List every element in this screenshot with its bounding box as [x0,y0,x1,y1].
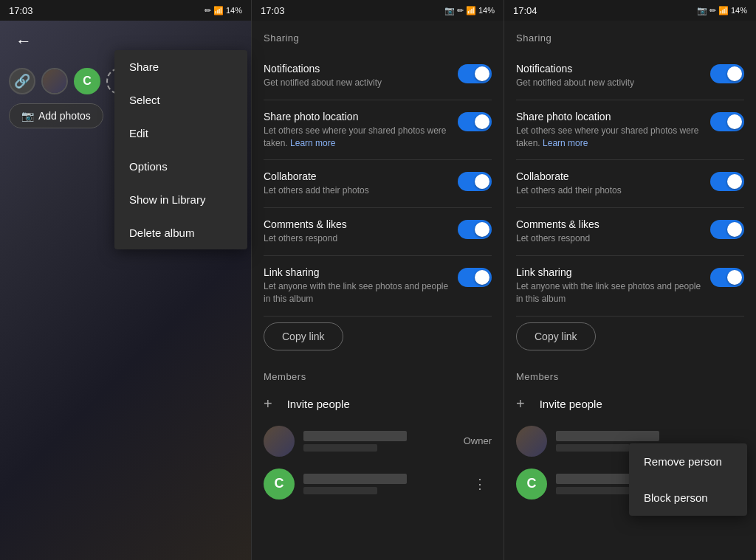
share-location-title-1: Share photo location [264,111,449,122]
share-location-desc-1: Let others see where your shared photos … [264,125,449,150]
add-photos-label: Add photos [38,110,91,122]
link-sharing-toggle-2[interactable] [710,268,744,287]
notifications-text-2: Notifications Get notified about new act… [516,63,710,89]
edit-icon: ✏ [205,6,211,15]
signal-icon-mid: 📶 [466,6,476,15]
context-menu-block-person[interactable]: Block person [629,480,747,516]
time-mid: 17:03 [261,5,285,16]
comments-text-2: Comments & likes Let others respond [516,218,710,245]
battery-right: 14% [731,6,747,15]
member-more-button-1[interactable]: ⋮ [468,472,492,496]
share-location-toggle-1[interactable] [458,112,492,131]
members-title-2: Members [516,371,744,382]
member-info-1-green [303,474,459,494]
share-location-row-1: Share photo location Let others see wher… [264,100,492,161]
user-avatar-green[interactable]: C [74,68,100,94]
main-area: ← 🔗 C + 📷 Add photos Share Select Edit [0,21,756,560]
invite-row-2[interactable]: + Invite people [516,388,744,420]
photo-icon-mid: 📷 [444,6,455,15]
share-location-text-2: Share photo location Let others see wher… [516,111,710,150]
collaborate-toggle-1[interactable] [458,172,492,191]
notifications-row-1: Notifications Get notified about new act… [264,52,492,100]
edit-icon-mid: ✏ [457,6,464,15]
comments-toggle-1[interactable] [458,220,492,239]
dropdown-menu: Share Select Edit Options Show in Librar… [114,50,247,249]
sharing-panel-2: Sharing Notifications Get notified about… [504,21,756,560]
link-sharing-toggle-1[interactable] [458,268,492,287]
menu-item-show-in-library[interactable]: Show in Library [114,183,247,216]
member-initial-2: C [527,476,537,491]
members-title-1: Members [264,371,492,382]
menu-item-share[interactable]: Share [114,50,247,83]
member-avatar-2-photo [516,426,547,457]
link-sharing-row-1: Link sharing Let anyone with the link se… [264,256,492,317]
link-sharing-text-1: Link sharing Let anyone with the link se… [264,266,458,305]
member-info-1-photo [303,431,455,452]
learn-more-link-2[interactable]: Learn more [543,138,588,148]
comments-text-1: Comments & likes Let others respond [264,218,458,245]
collaborate-desc-1: Let others add their photos [264,184,449,197]
copy-link-button-1[interactable]: Copy link [264,322,343,350]
notifications-title-1: Notifications [264,63,449,75]
share-location-text-1: Share photo location Let others see wher… [264,111,458,150]
notifications-toggle-2[interactable] [710,64,744,83]
collaborate-title-1: Collaborate [264,170,449,182]
sharing-section-title-1: Sharing [264,32,492,44]
link-sharing-title-1: Link sharing [264,266,449,278]
copy-link-button-2[interactable]: Copy link [516,322,596,350]
back-button[interactable]: ← [9,27,38,56]
notifications-text-1: Notifications Get notified about new act… [264,63,458,89]
link-sharing-text-2: Link sharing Let anyone with the link se… [516,266,710,305]
status-bar-right: 17:04 📷 ✏ 📶 14% [504,0,756,21]
link-sharing-title-2: Link sharing [516,266,701,278]
link-sharing-desc-2: Let anyone with the link see photos and … [516,280,701,305]
share-location-toggle-2[interactable] [710,112,744,131]
learn-more-link-1[interactable]: Learn more [290,138,335,148]
notifications-row-2: Notifications Get notified about new act… [516,52,744,100]
member-avatar-1-photo [264,426,295,457]
collaborate-row-2: Collaborate Let others add their photos [516,160,744,208]
menu-item-edit[interactable]: Edit [114,117,247,150]
member-email-bar-1g [303,487,377,494]
context-menu: Remove person Block person [629,443,747,516]
context-menu-remove-person[interactable]: Remove person [629,443,747,480]
menu-item-select[interactable]: Select [114,83,247,117]
collaborate-text-2: Collaborate Let others add their photos [516,170,710,197]
link-sharing-desc-1: Let anyone with the link see photos and … [264,280,449,305]
link-icon: 🔗 [14,73,30,89]
comments-desc-2: Let others respond [516,232,701,245]
menu-item-delete-album[interactable]: Delete album [114,216,247,249]
member-avatar-img-1 [264,426,295,457]
member-avatar-img-2 [516,426,547,457]
collaborate-toggle-2[interactable] [710,172,744,191]
status-bars: 17:03 ✏ 📶 14% 17:03 📷 ✏ 📶 14% 17:04 📷 ✏ … [0,0,756,21]
member-row-1-photo: Owner [264,420,492,463]
left-panel: ← 🔗 C + 📷 Add photos Share Select Edit [0,21,251,560]
comments-row-2: Comments & likes Let others respond [516,208,744,256]
icons-mid: 📷 ✏ 📶 14% [444,6,495,15]
avatar-image-1 [43,69,66,93]
invite-row-1[interactable]: + Invite people [264,388,492,420]
comments-row-1: Comments & likes Let others respond [264,208,492,256]
edit-icon-right: ✏ [709,6,716,15]
invite-plus-icon-2: + [516,395,525,412]
member-name-bar-1g [303,474,407,484]
menu-item-options[interactable]: Options [114,150,247,183]
user-avatar-1[interactable] [41,68,68,94]
sharing-panel-1: Sharing Notifications Get notified about… [251,21,504,560]
add-photos-button[interactable]: 📷 Add photos [9,103,103,128]
notifications-toggle-1[interactable] [458,64,492,83]
link-avatar[interactable]: 🔗 [9,68,35,94]
link-sharing-row-2: Link sharing Let anyone with the link se… [516,256,744,317]
invite-label-1: Invite people [287,398,350,410]
share-location-row-2: Share photo location Let others see wher… [516,100,744,161]
collaborate-desc-2: Let others add their photos [516,184,701,197]
sharing-panels: Sharing Notifications Get notified about… [251,21,756,560]
comments-toggle-2[interactable] [710,220,744,239]
share-location-desc-2: Let others see where your shared photos … [516,125,701,150]
signal-icon-right: 📶 [718,6,729,15]
status-bar-mid: 17:03 📷 ✏ 📶 14% [251,0,504,21]
signal-icon: 📶 [213,6,224,15]
collaborate-title-2: Collaborate [516,170,701,182]
invite-label-2: Invite people [540,398,602,410]
